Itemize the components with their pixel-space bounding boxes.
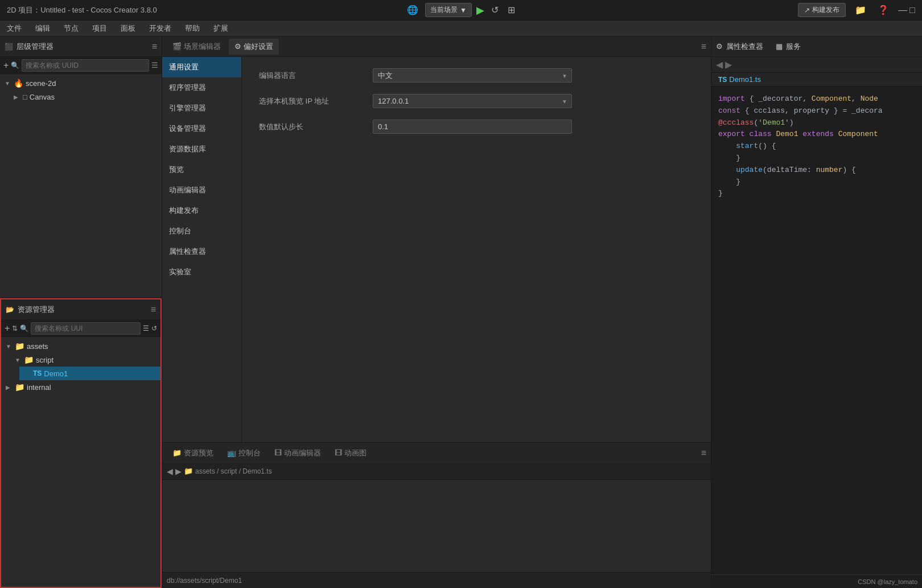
menu-project[interactable]: 项目: [90, 22, 109, 35]
prefs-item-console[interactable]: 控制台: [162, 221, 241, 241]
breadcrumb-bar: ◀ ▶ 📁 assets / script / Demo1.ts: [162, 463, 711, 480]
prefs-item-device[interactable]: 设备管理器: [162, 118, 241, 139]
prefs-content: 编辑器语言 中文 English 选择本机预览 IP 地址: [242, 57, 711, 442]
menu-extension[interactable]: 扩展: [211, 22, 230, 35]
menu-node[interactable]: 节点: [61, 22, 81, 35]
demo1-label: Demo1: [44, 369, 68, 378]
prefs-item-assets-db[interactable]: 资源数据库: [162, 139, 241, 159]
hierarchy-add-btn[interactable]: +: [3, 60, 9, 71]
top-tabs-menu[interactable]: ≡: [701, 42, 706, 52]
menu-file[interactable]: 文件: [5, 22, 24, 35]
menu-panel[interactable]: 面板: [118, 22, 138, 35]
search-icon: 🔍: [11, 61, 19, 69]
prefs-item-lab[interactable]: 实验室: [162, 262, 241, 282]
tab-animation-graph[interactable]: 🎞 动画图: [329, 445, 372, 461]
right-status-bar: CSDN @lazy_tomato: [711, 574, 922, 588]
left-sidebar: ⬛ 层级管理器 ≡ + 🔍 ☰ ▼ 🔥 scene-2d ▶ □ C: [0, 36, 162, 588]
breadcrumb-path: assets / script / Demo1.ts: [195, 467, 272, 475]
minimize-button[interactable]: —: [898, 5, 907, 15]
prefs-item-inspector[interactable]: 属性检查器: [162, 241, 241, 262]
animation-graph-icon: 🎞: [335, 449, 342, 457]
code-ts-icon: TS: [718, 76, 727, 84]
maximize-button[interactable]: □: [909, 5, 915, 15]
tree-item-canvas[interactable]: ▶ □ Canvas: [9, 90, 162, 104]
hierarchy-search-input[interactable]: [22, 59, 149, 72]
asset-item-assets[interactable]: ▼ 📁 assets: [1, 339, 160, 353]
prefs-item-preview[interactable]: 预览: [162, 159, 241, 180]
step-input[interactable]: [373, 120, 572, 134]
script-folder-icon: 📁: [24, 355, 34, 364]
prefs-control-ip: 127.0.0.1: [373, 94, 694, 108]
breadcrumb-forward-btn[interactable]: ▶: [175, 467, 182, 476]
services-icon: ▦: [776, 42, 783, 51]
language-select[interactable]: 中文 English: [373, 68, 572, 83]
prefs-item-engine[interactable]: 引擎管理器: [162, 98, 241, 118]
code-line-1: import { _decorator, Component, Node: [718, 93, 915, 105]
prefs-label-step: 数值默认步长: [259, 122, 373, 132]
help-button[interactable]: ❓: [875, 3, 891, 17]
assets-header: 📂 资源管理器 ≡: [1, 299, 160, 320]
prefs-control-step: [373, 120, 694, 134]
asset-item-script[interactable]: ▼ 📁 script: [10, 353, 160, 367]
status-bar-bottom: db://assets/script/Demo1: [162, 572, 711, 588]
prefs-item-animation[interactable]: 动画编辑器: [162, 180, 241, 200]
hierarchy-menu-btn[interactable]: ≡: [152, 42, 157, 52]
demo1-ts-icon: TS: [33, 369, 42, 377]
code-filename: Demo1.ts: [729, 75, 761, 84]
tab-animation-editor[interactable]: 🎞 动画编辑器: [269, 445, 327, 461]
publish-icon: ↗: [804, 6, 810, 14]
animation-editor-icon: 🎞: [274, 449, 282, 457]
assets-folder-icon: 📁: [15, 342, 24, 351]
assets-add-btn[interactable]: +: [5, 323, 10, 334]
ip-select-wrapper: 127.0.0.1: [373, 94, 572, 108]
window-controls: — □: [898, 5, 915, 15]
animation-graph-label: 动画图: [344, 448, 367, 458]
console-label: 控制台: [238, 448, 261, 458]
prefs-item-general[interactable]: 通用设置: [162, 57, 241, 77]
asset-item-internal[interactable]: ▶ 📁 internal: [1, 380, 160, 394]
menu-help[interactable]: 帮助: [183, 22, 202, 35]
prefs-label-language: 编辑器语言: [259, 71, 373, 81]
bottom-empty-area: [162, 480, 711, 572]
status-text: db://assets/script/Demo1: [167, 577, 242, 585]
asset-item-demo1[interactable]: TS Demo1: [19, 367, 160, 380]
scene-icon-btn[interactable]: 🌐: [405, 3, 421, 17]
ip-select[interactable]: 127.0.0.1: [373, 94, 572, 108]
refresh-button[interactable]: ↺: [489, 3, 501, 17]
play-button[interactable]: ▶: [476, 4, 484, 17]
prefs-item-build[interactable]: 构建发布: [162, 200, 241, 221]
tab-scene-editor[interactable]: 🎬 场景编辑器: [167, 39, 227, 55]
folder-button[interactable]: 📁: [853, 3, 869, 17]
bottom-content: ◀ ▶ 📁 assets / script / Demo1.ts db://as…: [162, 463, 711, 588]
bottom-tabs-menu[interactable]: ≡: [701, 448, 706, 458]
assets-refresh-btn[interactable]: ↺: [151, 324, 157, 332]
right-panel-header: ⚙ 属性检查器 ▦ 服务: [711, 36, 922, 57]
nav-forward-btn[interactable]: ▶: [725, 59, 732, 70]
menu-devtools[interactable]: 开发者: [147, 22, 174, 35]
assets-toolbar: + ⇅ 🔍 ☰ ↺: [1, 320, 160, 337]
assets-sort-btn[interactable]: ⇅: [12, 324, 18, 332]
publish-button[interactable]: ↗ 构建发布: [798, 3, 846, 17]
scene-selector[interactable]: 当前场景 ▼: [425, 3, 472, 17]
right-panel-content: import { _decorator, Component, Node con…: [711, 87, 922, 574]
code-line-6: start() {: [718, 141, 915, 153]
breadcrumb-back-btn[interactable]: ◀: [167, 467, 173, 476]
tree-item-scene-2d[interactable]: ▼ 🔥 scene-2d: [0, 76, 162, 90]
menu-bar: 文件 编辑 节点 项目 面板 开发者 帮助 扩展: [0, 20, 922, 36]
language-select-wrapper: 中文 English: [373, 68, 572, 83]
nav-back-btn[interactable]: ◀: [716, 59, 723, 70]
title-bar-left: 2D 项目：Untitled - test - Cocos Creator 3.…: [7, 5, 157, 15]
menu-edit[interactable]: 编辑: [33, 22, 52, 35]
prefs-item-program[interactable]: 程序管理器: [162, 77, 241, 98]
preferences-icon: ⚙: [234, 42, 241, 51]
prefs-label-ip: 选择本机预览 IP 地址: [259, 96, 373, 106]
assets-menu-btn[interactable]: ≡: [151, 305, 156, 315]
hierarchy-icon: ⬛: [5, 43, 13, 51]
csdn-attribution: CSDN @lazy_tomato: [858, 578, 917, 585]
assets-list-btn[interactable]: ☰: [143, 324, 149, 332]
grid-button[interactable]: ⊞: [505, 3, 517, 17]
tab-preferences[interactable]: ⚙ 偏好设置: [229, 39, 279, 55]
tab-asset-preview[interactable]: 📁 资源预览: [167, 445, 219, 461]
tab-console[interactable]: 📺 控制台: [221, 445, 266, 461]
assets-search-input[interactable]: [31, 322, 141, 335]
